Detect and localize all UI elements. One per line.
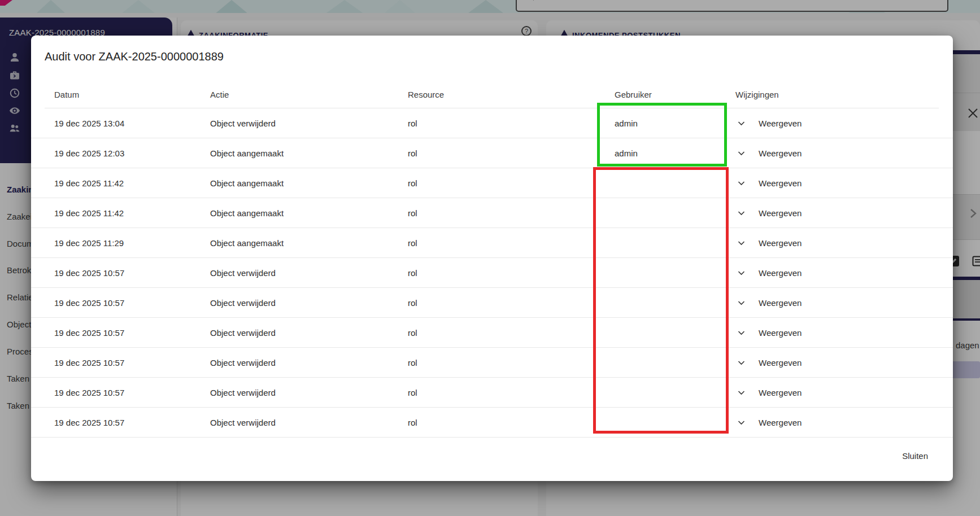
- col-header-gebruiker: Gebruiker: [615, 90, 652, 99]
- chevron-down-icon: [738, 121, 745, 125]
- expand-label: Weergeven: [759, 268, 802, 278]
- chevron-down-icon: [738, 211, 745, 215]
- cell-datum: 19 dec 2025 10:57: [54, 328, 124, 338]
- cell-datum: 19 dec 2025 13:04: [54, 119, 124, 128]
- expand-label: Weergeven: [759, 148, 802, 158]
- cell-gebruiker: admin: [615, 119, 638, 128]
- table-row: 19 dec 2025 10:57 Object verwijderd rol …: [31, 318, 953, 348]
- cell-actie: Object verwijderd: [210, 298, 276, 308]
- cell-resource: rol: [408, 328, 417, 338]
- chevron-down-icon: [738, 420, 745, 425]
- row-expander[interactable]: Weergeven: [738, 328, 802, 338]
- cell-actie: Object verwijderd: [210, 388, 276, 397]
- cell-actie: Object aangemaakt: [210, 178, 284, 188]
- chevron-down-icon: [738, 390, 745, 395]
- cell-actie: Object verwijderd: [210, 119, 276, 128]
- cell-resource: rol: [408, 178, 417, 188]
- cell-actie: Object verwijderd: [210, 328, 276, 338]
- row-expander[interactable]: Weergeven: [738, 268, 802, 278]
- row-expander[interactable]: Weergeven: [738, 148, 802, 158]
- cell-resource: rol: [408, 388, 417, 397]
- row-expander[interactable]: Weergeven: [738, 208, 802, 218]
- expand-label: Weergeven: [759, 328, 802, 338]
- row-expander[interactable]: Weergeven: [738, 119, 802, 128]
- cell-datum: 19 dec 2025 11:42: [54, 178, 124, 188]
- col-header-wijzigingen: Wijzigingen: [735, 90, 779, 99]
- row-expander[interactable]: Weergeven: [738, 298, 802, 308]
- expand-label: Weergeven: [759, 238, 802, 248]
- cell-resource: rol: [408, 208, 417, 218]
- cell-resource: rol: [408, 268, 417, 278]
- chevron-down-icon: [738, 181, 745, 185]
- chevron-down-icon: [738, 270, 745, 275]
- table-row: 19 dec 2025 10:57 Object verwijderd rol …: [31, 258, 953, 288]
- chevron-down-icon: [738, 360, 745, 365]
- expand-label: Weergeven: [759, 358, 802, 368]
- chevron-down-icon: [738, 330, 745, 335]
- cell-datum: 19 dec 2025 10:57: [54, 298, 124, 308]
- table-row: 19 dec 2025 10:57 Object verwijderd rol …: [31, 408, 953, 438]
- cell-actie: Object verwijderd: [210, 418, 276, 427]
- cell-resource: rol: [408, 238, 417, 248]
- audit-modal: Audit voor ZAAK-2025-0000001889 Datum Ac…: [31, 36, 953, 481]
- cell-datum: 19 dec 2025 11:29: [54, 238, 124, 248]
- cell-actie: Object verwijderd: [210, 358, 276, 368]
- row-expander[interactable]: Weergeven: [738, 388, 802, 397]
- col-header-datum: Datum: [54, 90, 79, 99]
- table-row: 19 dec 2025 10:57 Object verwijderd rol …: [31, 378, 953, 408]
- cell-actie: Object aangemaakt: [210, 238, 284, 248]
- expand-label: Weergeven: [759, 418, 802, 427]
- expand-label: Weergeven: [759, 119, 802, 128]
- cell-gebruiker: admin: [615, 148, 638, 158]
- row-expander[interactable]: Weergeven: [738, 418, 802, 427]
- col-header-actie: Actie: [210, 90, 229, 99]
- table-row: 19 dec 2025 11:29 Object aangemaakt rol …: [31, 228, 953, 258]
- cell-resource: rol: [408, 148, 417, 158]
- table-row: 19 dec 2025 13:04 Object verwijderd rol …: [31, 108, 953, 138]
- chevron-down-icon: [738, 240, 745, 245]
- table-row: 19 dec 2025 10:57 Object verwijderd rol …: [31, 288, 953, 318]
- expand-label: Weergeven: [759, 388, 802, 397]
- cell-resource: rol: [408, 358, 417, 368]
- cell-datum: 19 dec 2025 10:57: [54, 268, 124, 278]
- expand-label: Weergeven: [759, 208, 802, 218]
- cell-datum: 19 dec 2025 11:42: [54, 208, 124, 218]
- table-row: 19 dec 2025 12:03 Object aangemaakt rol …: [31, 138, 953, 168]
- cell-datum: 19 dec 2025 10:57: [54, 418, 124, 427]
- chevron-down-icon: [738, 300, 745, 305]
- expand-label: Weergeven: [759, 178, 802, 188]
- table-header: Datum Actie Resource Gebruiker Wijziging…: [31, 90, 953, 102]
- row-expander[interactable]: Weergeven: [738, 178, 802, 188]
- audit-table: 19 dec 2025 13:04 Object verwijderd rol …: [31, 108, 953, 438]
- cell-actie: Object aangemaakt: [210, 148, 284, 158]
- expand-label: Weergeven: [759, 298, 802, 308]
- chevron-down-icon: [738, 151, 745, 155]
- row-expander[interactable]: Weergeven: [738, 238, 802, 248]
- table-row: 19 dec 2025 10:57 Object verwijderd rol …: [31, 348, 953, 378]
- sluiten-button[interactable]: Sluiten: [902, 451, 928, 461]
- cell-datum: 19 dec 2025 10:57: [54, 358, 124, 368]
- table-row: 19 dec 2025 11:42 Object aangemaakt rol …: [31, 168, 953, 198]
- modal-title: Audit voor ZAAK-2025-0000001889: [45, 50, 224, 63]
- col-header-resource: Resource: [408, 90, 444, 99]
- cell-actie: Object aangemaakt: [210, 208, 284, 218]
- cell-actie: Object verwijderd: [210, 268, 276, 278]
- cell-resource: rol: [408, 298, 417, 308]
- cell-datum: 19 dec 2025 10:57: [54, 388, 124, 397]
- cell-datum: 19 dec 2025 12:03: [54, 148, 124, 158]
- table-row: 19 dec 2025 11:42 Object aangemaakt rol …: [31, 198, 953, 228]
- cell-resource: rol: [408, 119, 417, 128]
- cell-resource: rol: [408, 418, 417, 427]
- row-expander[interactable]: Weergeven: [738, 358, 802, 368]
- app-root: Zaakinformatie Zaakeigenschappen Documen…: [0, 0, 980, 516]
